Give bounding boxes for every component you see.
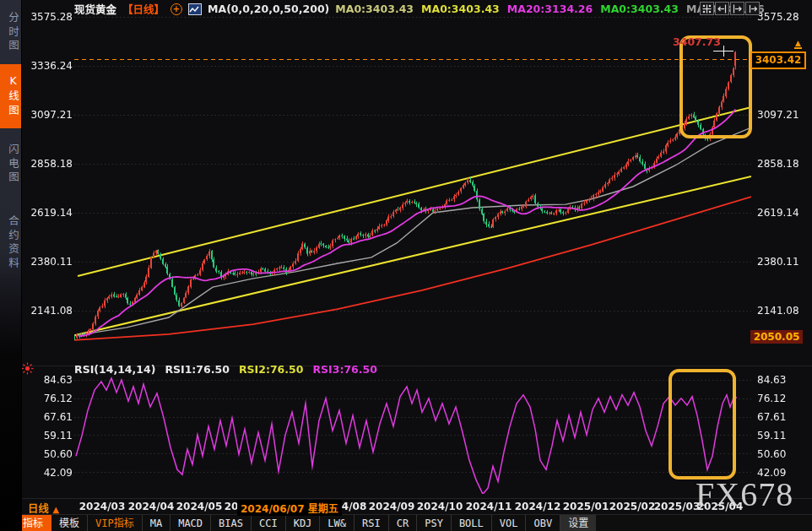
crosshair-date-tooltip: 2024/06/07 星期五 xyxy=(237,500,342,516)
x-axis-label: 2025/03 xyxy=(653,501,701,512)
toolbar-item-CCI[interactable]: CCI xyxy=(252,515,286,531)
high-price-annotation: 3407.73 xyxy=(673,35,721,48)
symbol-name: 现货黄金 xyxy=(74,1,116,17)
main-y-label-left: 3097.21 xyxy=(22,109,73,121)
ma-formula-label: MA(0,0,20,0,50,200) xyxy=(208,3,329,15)
x-axis-label: 2024/12 xyxy=(514,501,561,512)
rsi-y-label-left: 50.60 xyxy=(22,448,73,460)
sidebar-tab-1[interactable]: 分时图 xyxy=(0,3,21,62)
sidebar-tab-2[interactable]: K线图 xyxy=(0,64,21,128)
x-axis-label: 2024/09 xyxy=(368,501,415,512)
low-price-tag: 2050.05 xyxy=(750,330,803,344)
toolbar-item-CR[interactable]: CR xyxy=(389,515,417,531)
rsi1-value: RSI1:76.50 xyxy=(165,363,230,376)
jump-latest-icon[interactable] xyxy=(745,2,760,15)
indicator-toolbar: 指标模板VIP指标MAMACDBIASCCIKDJLW&RSICRPSYBOLL… xyxy=(0,514,812,531)
chart-header: 现货黄金 【日线】 + MA(0,0,20,0,50,200) MA0:3403… xyxy=(74,1,765,17)
rsi-title: RSI(14,14,14) xyxy=(74,363,155,376)
mini-chart-icon[interactable] xyxy=(188,3,202,15)
rsi3-value: RSI3:76.50 xyxy=(312,363,377,376)
main-y-label-left: 3336.24 xyxy=(22,60,73,72)
x-axis-label: 2024/03 xyxy=(78,501,126,512)
shift-left-icon[interactable] xyxy=(715,2,729,15)
rsi-y-label-right: 59.11 xyxy=(757,430,786,442)
rsi-header: RSI(14,14,14) RSI1:76.50 RSI2:76.50 RSI3… xyxy=(74,363,377,376)
scroll-to-latest-arrow[interactable]: ▲ xyxy=(794,40,802,49)
toolbar-item-BOLL[interactable]: BOLL xyxy=(452,515,492,531)
rsi-y-label-right: 50.60 xyxy=(757,448,786,460)
toolbar-item-BIAS[interactable]: BIAS xyxy=(211,515,252,531)
ma-value-3: MA0:3403.43 xyxy=(600,3,679,15)
rsi2-value: RSI2:76.50 xyxy=(239,363,304,376)
ma-value-1: MA0:3403.43 xyxy=(421,3,500,15)
sidebar-tab-4[interactable]: 合约资料 xyxy=(0,201,21,285)
rsi-y-label-left: 76.12 xyxy=(22,393,73,404)
ma-value-2: MA20:3134.26 xyxy=(507,3,593,15)
watermark: FX678 xyxy=(696,478,793,512)
main-y-label-left: 2141.08 xyxy=(22,305,73,317)
toolbar-item-模板[interactable]: 模板 xyxy=(51,515,88,531)
main-y-label-right: 3097.21 xyxy=(757,109,799,121)
x-axis-label: 2024/11 xyxy=(465,501,512,512)
left-sidebar: 分时图K线图闪电图合约资料 xyxy=(0,0,22,531)
move-chart-icon[interactable] xyxy=(700,2,714,15)
period-tag: 【日线】 xyxy=(122,1,165,17)
rsi-y-label-right: 67.61 xyxy=(757,411,786,423)
main-y-label-left: 3575.28 xyxy=(22,11,73,23)
chevron-up-icon: ▲ xyxy=(52,505,59,514)
rsi-y-label-left: 42.09 xyxy=(22,467,73,479)
x-axis-label: 2025/01 xyxy=(562,501,609,512)
crosshair-marker xyxy=(713,51,734,51)
toolbar-item-KDJ[interactable]: KDJ xyxy=(286,515,321,531)
toolbar-item-VOL[interactable]: VOL xyxy=(492,515,527,531)
shift-right-icon[interactable] xyxy=(730,2,744,15)
indicator-toolbar-items: 指标模板VIP指标MAMACDBIASCCIKDJLW&RSICRPSYBOLL… xyxy=(15,515,596,531)
indicator-settings-icon[interactable] xyxy=(21,362,34,378)
toolbar-item-LW&[interactable]: LW& xyxy=(320,515,355,531)
chart-window-buttons xyxy=(700,2,760,15)
toolbar-item-OBV[interactable]: OBV xyxy=(526,515,560,531)
toolbar-item-RSI[interactable]: RSI xyxy=(355,515,389,531)
add-indicator-icon[interactable]: + xyxy=(171,3,182,15)
toolbar-item-MACD[interactable]: MACD xyxy=(171,515,211,531)
main-y-label-right: 2380.11 xyxy=(757,256,799,268)
x-axis-label: 2024/10 xyxy=(416,501,463,512)
toolbar-item-PSY[interactable]: PSY xyxy=(417,515,452,531)
sidebar-tab-3[interactable]: 闪电图 xyxy=(0,135,21,194)
trading-app-window: 现货黄金 【日线】 + MA(0,0,20,0,50,200) MA0:3403… xyxy=(0,0,812,531)
main-y-label-left: 2380.11 xyxy=(22,256,73,268)
toolbar-item-MA[interactable]: MA xyxy=(143,515,171,531)
current-price-tag: 3403.42 xyxy=(750,51,806,69)
main-y-label-right: 2858.18 xyxy=(757,158,799,170)
x-axis-label: 2024/05 xyxy=(176,501,223,512)
x-axis-label: 2024/04 xyxy=(127,501,175,512)
toolbar-item-VIP指标[interactable]: VIP指标 xyxy=(88,515,143,531)
ma-value-0: MA0:3403.43 xyxy=(335,3,414,15)
x-axis-label: 2025/02 xyxy=(609,501,656,512)
main-y-label-right: 2619.14 xyxy=(757,207,799,219)
main-y-label-right: 2141.08 xyxy=(757,305,799,317)
toolbar-item-设置[interactable]: 设置 xyxy=(560,515,596,531)
main-y-label-left: 2858.18 xyxy=(22,158,73,170)
rsi-y-label-right: 76.12 xyxy=(757,393,786,404)
main-y-label-left: 2619.14 xyxy=(22,207,73,219)
rsi-y-label-right: 84.63 xyxy=(757,374,786,386)
rsi-y-label-left: 67.61 xyxy=(22,411,73,423)
rsi-y-label-left: 59.11 xyxy=(22,430,73,442)
highlight-box-rsi xyxy=(669,369,736,480)
